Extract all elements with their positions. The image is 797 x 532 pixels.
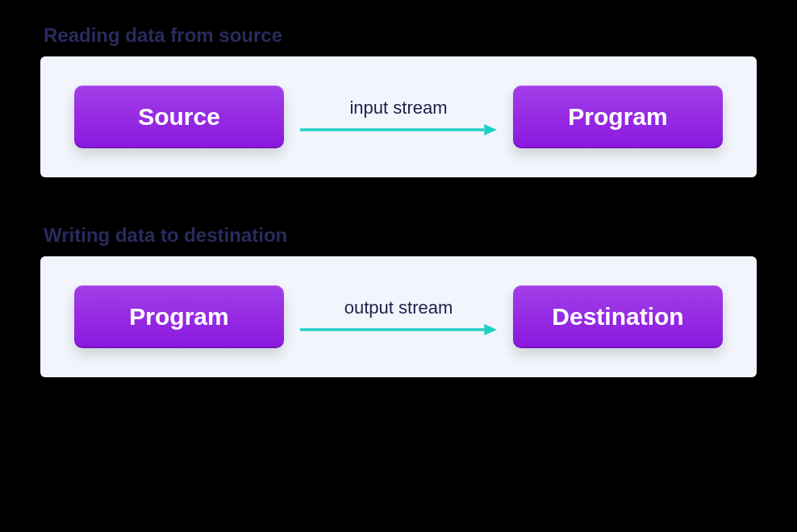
section-title: Writing data to destination xyxy=(40,224,757,247)
arrow-right-icon xyxy=(300,123,497,136)
diagram-panel: Source input stream Program xyxy=(40,56,757,177)
diagram-panel: Program output stream Destination xyxy=(40,256,757,377)
section-title: Reading data from source xyxy=(40,24,757,47)
arrow-label: input stream xyxy=(349,98,447,118)
diagram-section-reading: Reading data from source Source input st… xyxy=(40,24,757,177)
program-node: Program xyxy=(74,285,284,348)
program-node: Program xyxy=(513,85,723,148)
arrow-right-icon xyxy=(300,323,497,336)
arrow-container: output stream xyxy=(300,297,497,336)
svg-marker-3 xyxy=(484,324,497,335)
arrow-label: output stream xyxy=(344,297,453,318)
diagram-section-writing: Writing data to destination Program outp… xyxy=(40,224,757,377)
source-node: Source xyxy=(74,85,284,148)
destination-node: Destination xyxy=(513,285,723,348)
arrow-container: input stream xyxy=(300,98,497,136)
svg-marker-1 xyxy=(484,124,497,135)
